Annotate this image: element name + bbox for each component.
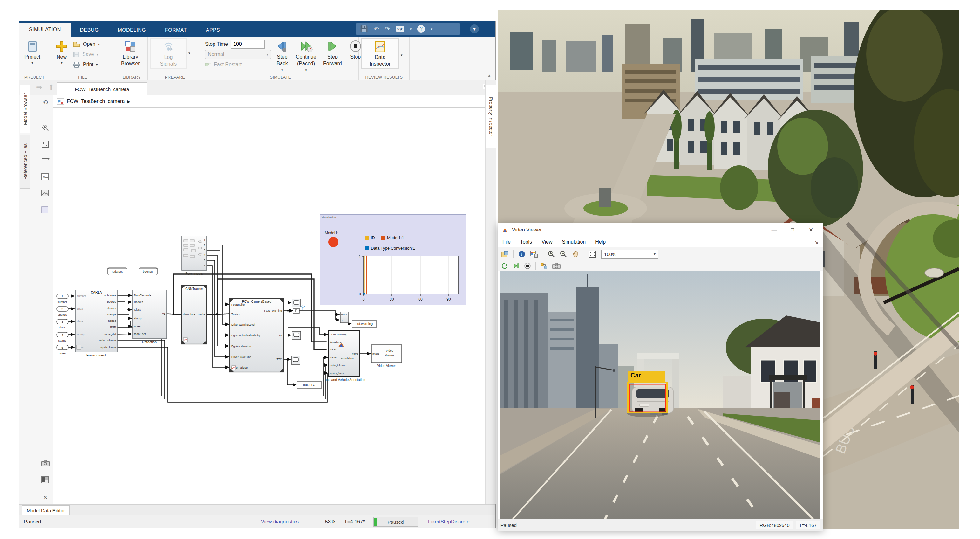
project-button[interactable]: Project ▾ xyxy=(22,38,43,66)
video-viewer-block[interactable]: Image Video Viewer Video Viewer xyxy=(371,345,402,368)
nav-forward-icon[interactable]: ➡ xyxy=(36,83,42,92)
data-inspector-button[interactable]: Data Inspector xyxy=(361,38,399,69)
sim-mode-select[interactable]: Normal ▾ xyxy=(205,50,271,59)
svg-text:stamp: stamp xyxy=(59,339,67,342)
step-back-button[interactable]: Step Back ▾ xyxy=(273,38,291,74)
zoom-region-icon[interactable] xyxy=(41,124,49,132)
hide-browser-icon[interactable]: ⟲ xyxy=(41,98,49,107)
shortcuts-icon[interactable]: »★ xyxy=(396,26,404,32)
sidebar-tab-property-inspector[interactable]: Property Inspector xyxy=(486,85,496,148)
section-label-review: REVIEW RESULTS xyxy=(359,75,409,80)
scope-blocks[interactable] xyxy=(291,299,305,364)
fast-restart-toggle[interactable]: Fast Restart xyxy=(205,60,271,69)
save-label: Save xyxy=(82,51,94,57)
document-tab[interactable]: FCW_TestBench_camera xyxy=(57,82,147,96)
magnification-combobox[interactable]: 100% ▾ xyxy=(601,250,659,258)
tab-simulation[interactable]: SIMULATION xyxy=(19,22,70,37)
video-viewer-titlebar[interactable]: Video Viewer — □ ✕ xyxy=(498,223,823,237)
right-rail: Property Inspector xyxy=(485,80,496,504)
menu-tools[interactable]: Tools xyxy=(520,239,532,245)
from-block-radardet[interactable]: radarDet xyxy=(107,268,127,275)
maintain-fit-icon[interactable] xyxy=(589,250,597,258)
paused-button[interactable]: Paused xyxy=(373,517,418,526)
tab-format[interactable]: FORMAT xyxy=(155,24,196,37)
new-button[interactable]: New ▾ xyxy=(52,38,71,66)
step-forward-icon xyxy=(326,40,339,53)
undo-icon[interactable]: ↶ xyxy=(374,25,379,33)
print-button[interactable]: Print ▾ xyxy=(73,60,100,69)
view-diagnostics-link[interactable]: View diagnostics xyxy=(261,519,299,525)
menu-view[interactable]: View xyxy=(541,239,552,245)
annotation-block[interactable]: FCW_Warning detections tracks frame rada… xyxy=(323,331,365,381)
menu-file[interactable]: File xyxy=(503,239,511,245)
help-icon[interactable]: ? xyxy=(417,25,425,33)
pixel-region-icon[interactable] xyxy=(530,250,538,258)
fit-to-view-icon[interactable] xyxy=(41,140,49,148)
sidebar-tab-model-browser[interactable]: Model Browser xyxy=(20,85,30,133)
tab-modeling[interactable]: MODELING xyxy=(108,24,156,37)
from-block-boxinput[interactable]: boxInput xyxy=(139,268,158,275)
print-icon xyxy=(73,61,80,68)
warning-switch-block[interactable]: Warni 2 xyxy=(340,312,348,323)
svg-text:Lane and Vehicle Annotation: Lane and Vehicle Annotation xyxy=(323,378,365,381)
export-image-icon[interactable] xyxy=(501,250,509,258)
prepare-caret-icon[interactable]: ▾ xyxy=(188,51,190,55)
dock-icon[interactable]: ↘ xyxy=(815,240,818,244)
signal-routing-icon[interactable] xyxy=(41,157,49,165)
zoom-in-icon[interactable] xyxy=(547,250,555,258)
out-warning-block[interactable]: out.warning xyxy=(352,320,376,327)
menu-simulation[interactable]: Simulation xyxy=(562,239,586,245)
menu-help[interactable]: Help xyxy=(595,239,606,245)
open-button[interactable]: Open ▾ xyxy=(73,40,100,49)
redo-icon[interactable]: ↷ xyxy=(385,25,390,33)
tab-debug[interactable]: DEBUG xyxy=(70,24,108,37)
minimize-toolstrip-icon[interactable]: ▼ xyxy=(470,24,479,33)
carla-block[interactable]: CARLA number bbox class stamp noise n_bb… xyxy=(75,290,117,357)
out-ttc-block[interactable]: out.TTC xyxy=(297,381,321,389)
gnntracker-block[interactable]: GNNTracker detections Tracks xyxy=(182,285,207,344)
continue-button[interactable]: Continue (Paced) ▾ xyxy=(293,38,319,74)
fcw-inputs-block[interactable]: 1 2 3 4 5 6 Fcw_inputs xyxy=(182,236,207,275)
sidebar-tab-referenced-files[interactable]: Referenced Files xyxy=(20,134,30,188)
fcw-camerabased-block[interactable]: FCW_CameraBased FcwEnable Tracks DriverW… xyxy=(230,298,283,372)
image-icon[interactable] xyxy=(41,190,49,198)
collapse-palette-icon[interactable]: « xyxy=(41,493,49,501)
step-forward-icon[interactable] xyxy=(512,262,520,270)
step-forward-button[interactable]: Step Forward xyxy=(321,38,344,68)
svg-text:1: 1 xyxy=(359,254,361,259)
library-browser-button[interactable]: Library Browser xyxy=(119,38,142,68)
viewmark-icon[interactable] xyxy=(41,206,49,215)
pan-icon[interactable] xyxy=(572,250,579,258)
model-data-editor-tab[interactable]: Model Data Editor xyxy=(22,505,70,515)
nav-up-icon[interactable]: ⬆ xyxy=(48,83,54,92)
run-icon[interactable] xyxy=(501,262,508,270)
highlight-block-icon[interactable] xyxy=(540,262,548,270)
screenshot-icon[interactable] xyxy=(41,460,49,468)
stop-sim-icon[interactable] xyxy=(524,262,531,270)
shortcuts-caret-icon[interactable]: ▾ xyxy=(410,27,412,31)
model-canvas[interactable]: 1 number 2 bboxes 3 class 4 stamp 5 nois xyxy=(53,108,485,504)
ribbon-section-file: New ▾ Open ▾ Save ▾ xyxy=(50,37,116,80)
close-icon[interactable]: ✕ xyxy=(803,224,819,236)
detection-block[interactable]: NumElements Bboxes Class stamp noise rad… xyxy=(132,290,167,344)
snapshot-icon[interactable] xyxy=(552,263,560,269)
help-caret-icon[interactable]: ▾ xyxy=(431,27,433,31)
solver-link[interactable]: FixedStepDiscrete xyxy=(428,519,470,525)
layout-icon[interactable] xyxy=(41,476,49,485)
zoom-out-icon[interactable] xyxy=(560,250,567,258)
maximize-icon[interactable]: □ xyxy=(784,224,800,236)
log-signals-button[interactable]: Log Signals xyxy=(150,38,186,69)
annotation-icon[interactable]: A xyxy=(41,173,49,182)
tab-apps[interactable]: APPS xyxy=(196,24,229,37)
inport-blocks[interactable]: 1 number 2 bboxes 3 class 4 stamp 5 nois xyxy=(57,294,68,355)
save-icon[interactable]: 💾 xyxy=(360,25,368,33)
info-icon[interactable]: i xyxy=(518,250,526,258)
minimize-icon[interactable]: — xyxy=(766,224,782,236)
stop-time-input[interactable] xyxy=(231,40,265,49)
app-icon xyxy=(502,227,509,233)
status-time: T=4.167* xyxy=(344,519,365,525)
breadcrumb-model-name[interactable]: FCW_TestBench_camera xyxy=(67,99,124,104)
review-caret-icon[interactable]: ▾ xyxy=(401,53,402,57)
collapse-ribbon-icon[interactable]: ▲̲ xyxy=(487,73,492,78)
save-button[interactable]: Save ▾ xyxy=(73,50,100,59)
